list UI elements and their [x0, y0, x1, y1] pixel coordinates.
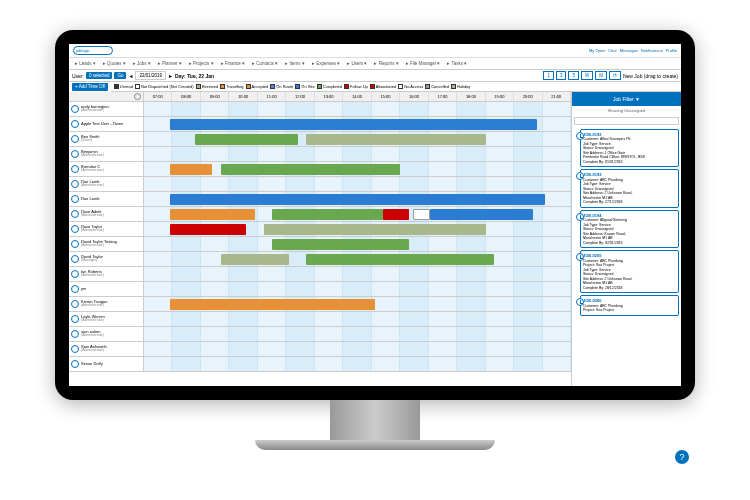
schedule-bar[interactable] — [430, 209, 532, 220]
schedule-bar[interactable] — [306, 254, 494, 265]
user-cell[interactable]: Benjamin(Administrator) — [69, 147, 144, 161]
view-day[interactable]: 1 — [543, 71, 554, 80]
sidebar-title[interactable]: Job Filter ▼ — [572, 92, 681, 106]
nav-item[interactable]: ▸ Contacts ▾ — [249, 60, 281, 67]
nav-item[interactable]: ▸ Planner ▾ — [155, 60, 185, 67]
user-cell[interactable]: Dave Adnitt(Administrator) — [69, 207, 144, 221]
user-cell[interactable]: Apple Test User - Owen — [69, 117, 144, 131]
nav-item[interactable]: ▸ Users ▾ — [344, 60, 370, 67]
user-cell[interactable]: Ian Roberts(Administrator) — [69, 267, 144, 281]
schedule-bar[interactable] — [170, 194, 546, 205]
nav-item[interactable]: ▸ Reports ▾ — [371, 60, 401, 67]
timeline[interactable] — [144, 297, 571, 311]
schedule-bar[interactable] — [170, 299, 375, 310]
timeline[interactable] — [144, 267, 571, 281]
schedule-bar[interactable] — [306, 134, 485, 145]
nav-item[interactable]: ▸ Projects ▾ — [186, 60, 217, 67]
schedule-bar[interactable] — [272, 209, 383, 220]
date-input[interactable]: 22/01/2019 — [135, 71, 166, 80]
user-row: sam ashen(Administrator) — [69, 327, 571, 342]
job-card[interactable]: JOB-0193 Customer: ABC PlumbingJob Type:… — [580, 169, 679, 207]
add-time-off-button[interactable]: + Add Time Off — [72, 83, 108, 91]
avatar-icon — [71, 240, 79, 248]
user-cell[interactable]: Brendan C(Administrator) — [69, 162, 144, 176]
view-week[interactable]: W — [581, 71, 593, 80]
job-card[interactable]: JOB-0205 Customer: ABC PlumbingProject: … — [580, 250, 679, 293]
nav-item[interactable]: ▸ Jobs ▾ — [130, 60, 154, 67]
user-cell[interactable]: Layla Warren(Administrator) — [69, 312, 144, 326]
time-header-cell: 07:00 — [144, 92, 172, 101]
user-cell[interactable]: David Taylor(Manager) — [69, 252, 144, 266]
user-cell[interactable]: andy barrington(Administrator) — [69, 102, 144, 116]
schedule-bar[interactable] — [170, 164, 213, 175]
timeline[interactable] — [144, 222, 571, 236]
schedule-bar[interactable] — [170, 224, 247, 235]
time-header-cell: 21:00 — [543, 92, 571, 101]
schedule-bar[interactable] — [170, 119, 537, 130]
timeline[interactable] — [144, 117, 571, 131]
user-cell[interactable]: David Taylor Testing(Administrator) — [69, 237, 144, 251]
nav-item[interactable]: ▸ Quotes ▾ — [100, 60, 129, 67]
timeline[interactable] — [144, 177, 571, 191]
legend-item: Received — [196, 84, 219, 89]
new-job-label[interactable]: New Job (drag to create) — [623, 73, 678, 79]
search-icon[interactable] — [134, 93, 141, 100]
timeline[interactable] — [144, 282, 571, 296]
view-5day[interactable]: 5 — [568, 71, 579, 80]
user-cell[interactable]: sam ashen(Administrator) — [69, 327, 144, 341]
timeline[interactable] — [144, 102, 571, 116]
nav-item[interactable]: ▸ Finance ▾ — [218, 60, 249, 67]
timeline[interactable] — [144, 357, 571, 371]
user-cell[interactable]: Dave Taylor(Administrator) — [69, 222, 144, 236]
top-link[interactable]: My Open — [589, 48, 605, 53]
timeline[interactable] — [144, 207, 571, 221]
go-button[interactable]: Go — [114, 72, 126, 79]
nav-item[interactable]: ▸ Expenses ▾ — [309, 60, 343, 67]
nav-item[interactable]: ▸ File Manager ▾ — [403, 60, 444, 67]
schedule-bar[interactable] — [170, 209, 255, 220]
refresh-button[interactable]: ⟳ — [609, 71, 621, 80]
view-month[interactable]: M — [595, 71, 607, 80]
schedule-bar[interactable] — [413, 209, 430, 220]
timeline[interactable] — [144, 192, 571, 206]
job-card[interactable]: JOB-0192 Customer: Allied Surveyors PlcJ… — [580, 129, 679, 167]
user-row: David Taylor Testing(Administrator) — [69, 237, 571, 252]
job-card[interactable]: JOB-0206 Customer: ABC PlumbingProject: … — [580, 295, 679, 315]
user-row: Sam Ashworth(Administrator) — [69, 342, 571, 357]
user-cell[interactable]: Simon Duffy — [69, 357, 144, 371]
timeline[interactable] — [144, 327, 571, 341]
user-cell[interactable]: Sam Ashworth(Administrator) — [69, 342, 144, 356]
timeline[interactable] — [144, 162, 571, 176]
user-cell[interactable]: Dan Lamb — [69, 192, 144, 206]
top-link[interactable]: Messages — [620, 48, 638, 53]
nav-item[interactable]: ▸ Leads ▾ — [72, 60, 99, 67]
selected-button[interactable]: 0 selected — [86, 72, 113, 79]
job-card[interactable]: JOB-0194 Customer: Allgood GutteringJob … — [580, 210, 679, 248]
user-cell[interactable]: Ben Smith(Sales) — [69, 132, 144, 146]
timeline[interactable] — [144, 132, 571, 146]
timeline[interactable] — [144, 342, 571, 356]
legend-item: Follow Up — [344, 84, 368, 89]
top-link[interactable]: Notifications — [641, 48, 663, 53]
schedule-bar[interactable] — [221, 254, 289, 265]
schedule-bar[interactable] — [264, 224, 486, 235]
timeline[interactable] — [144, 252, 571, 266]
top-link[interactable]: Profile — [666, 48, 677, 53]
next-button[interactable]: ► — [168, 73, 173, 79]
prev-button[interactable]: ◄ — [128, 73, 133, 79]
view-3day[interactable]: 3 — [556, 71, 567, 80]
user-cell[interactable]: Kieran Tsaigan(Administrator) — [69, 297, 144, 311]
timeline[interactable] — [144, 237, 571, 251]
timeline[interactable] — [144, 312, 571, 326]
user-cell[interactable]: jen — [69, 282, 144, 296]
sidebar-search[interactable] — [574, 117, 679, 125]
schedule-bar[interactable] — [221, 164, 400, 175]
top-link[interactable]: Chat — [608, 48, 616, 53]
schedule-bar[interactable] — [383, 209, 409, 220]
schedule-bar[interactable] — [272, 239, 409, 250]
user-cell[interactable]: Dan Lamb(Administrator) — [69, 177, 144, 191]
timeline[interactable] — [144, 147, 571, 161]
schedule-bar[interactable] — [195, 134, 297, 145]
nav-item[interactable]: ▸ Items ▾ — [282, 60, 308, 67]
nav-item[interactable]: ▸ Tasks ▾ — [444, 60, 470, 67]
